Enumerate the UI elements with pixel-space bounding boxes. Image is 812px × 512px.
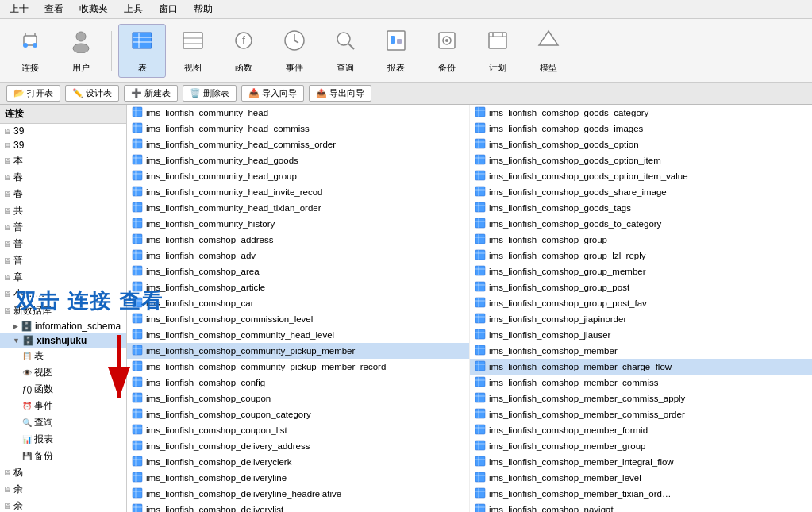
sidebar-item[interactable]: 🖥新数据库 [0,302,126,319]
table-row[interactable]: ims_lionfish_comshop_area [127,264,469,279]
menu-chuangkou[interactable]: 窗口 [156,2,181,17]
table-row[interactable]: ims_lionfish_community_head_commiss_orde… [127,137,469,152]
table-row[interactable]: ims_lionfish_comshop_jiapinorder [470,311,812,327]
delete-table-btn[interactable]: 🗑️ 删除表 [183,85,237,102]
table-row[interactable]: ims_lionfish_comshop_goods_to_category [470,216,812,232]
table-row[interactable]: ims_lionfish_comshop_jiauser [470,327,812,343]
table-row[interactable]: ims_lionfish_comshop_adv [127,248,469,264]
table-row[interactable]: ims_lionfish_comshop_coupon_list [127,422,469,438]
table-row[interactable]: ims_lionfish_community_head_tixian_order [127,200,469,216]
open-table-btn[interactable]: 📂 打开表 [6,85,60,102]
table-row[interactable]: ims_lionfish_comshop_member_level [470,470,812,486]
sidebar-item[interactable]: 🖥春 [0,186,126,202]
menu-gongju[interactable]: 上具 [121,2,146,17]
table-row[interactable]: ims_lionfish_comshop_coupon_category [127,406,469,422]
table-row[interactable]: ims_lionfish_community_head [127,105,469,121]
sidebar-item[interactable]: 🖥普 [0,219,126,236]
table-row[interactable]: ims_lionfish_comshop_goods_tags [470,200,812,216]
table-row[interactable]: ims_lionfish_community_head_commiss [127,121,469,137]
sidebar-item[interactable]: 🖥余 [0,498,126,512]
table-row[interactable]: ims_lionfish_comshop_deliveryclerk [127,454,469,470]
table-row[interactable]: ims_lionfish_comshop_goods_option [470,137,812,152]
table-row[interactable]: ims_lionfish_comshop_group_lzl_reply [470,248,812,264]
table-row[interactable]: ims_lionfish_community_head_group [127,168,469,184]
table-row[interactable]: ims_lionfish_comshop_member_integral_flo… [470,454,812,470]
sidebar-item[interactable]: 🖥39 [0,138,126,152]
sidebar-item[interactable]: 👁️视图 [0,364,126,381]
table-row[interactable]: ims_lionfish_comshop_member_commiss_appl… [470,391,812,406]
table-row[interactable]: ims_lionfish_comshop_group_post [470,279,812,295]
table-row[interactable]: ims_lionfish_comshop_member [470,343,812,359]
sidebar-item[interactable]: 🖥小 …… [0,286,126,302]
menu-chakan[interactable]: 查看 [41,2,67,17]
table-row[interactable]: ims_lionfish_comshop_commission_level [127,311,469,327]
toolbar-func-btn[interactable]: f 函数 [220,24,267,78]
table-row[interactable]: ims_lionfish_comshop_coupon [127,391,469,406]
table-row[interactable]: ims_lionfish_comshop_community_head_leve… [127,327,469,343]
toolbar-table-btn[interactable]: 表 [118,24,166,78]
table-row[interactable]: ims_lionfish_comshop_goods_images [470,121,812,137]
table-row[interactable]: ims_lionfish_comshop_deliveryline [127,470,469,486]
table-row[interactable]: ims_lionfish_comshop_member_group [470,438,812,454]
toolbar-view-btn[interactable]: 视图 [169,24,217,78]
sidebar-item[interactable]: 💾备份 [0,448,126,464]
toolbar-plan-btn[interactable]: 计划 [474,24,521,78]
table-row[interactable]: ims_lionfish_comshop_member_tixian_ord… [470,486,812,502]
sidebar-item[interactable]: 📊报表 [0,431,126,448]
sidebar-item[interactable]: ▶🗄️information_schema [0,319,126,333]
svg-rect-72 [133,314,142,323]
table-row[interactable]: ims_lionfish_comshop_goods_category [470,105,812,121]
table-row[interactable]: ims_lionfish_comshop_deliveryline_headre… [127,486,469,502]
sidebar-item[interactable]: 🖥春 [0,169,126,186]
table-row[interactable]: ims_lionfish_comshop_member_charge_flow [470,359,812,375]
sidebar-item[interactable]: 🖥章 [0,269,126,286]
sidebar-item[interactable]: 🖥普 [0,236,126,252]
table-row[interactable]: ims_lionfish_comshop_community_pickup_me… [127,343,469,359]
menu-shangshi[interactable]: 上十 [6,2,32,17]
menu-shoucang[interactable]: 收藏夹 [76,2,111,17]
sidebar-item[interactable]: 🖥余 [0,481,126,498]
table-row[interactable]: ims_lionfish_comshop_community_pickup_me… [127,359,469,375]
table-row[interactable]: ims_lionfish_comshop_member_commiss [470,375,812,391]
sidebar-item[interactable]: 🖥本 [0,152,126,169]
import-wizard-btn[interactable]: 📥 导入向导 [241,85,304,102]
menu-bangzhu[interactable]: 帮助 [190,2,216,17]
table-row[interactable]: ims_lionfish_comshop_delivery_address [127,438,469,454]
table-row[interactable]: ims_lionfish_comshop_article [127,279,469,295]
sidebar-item[interactable]: ƒ()函数 [0,381,126,398]
toolbar-backup-btn[interactable]: 备份 [423,24,471,78]
sidebar-item[interactable]: ⏰事件 [0,398,126,414]
table-row[interactable]: ims_lionfish_comshop_member_formid [470,422,812,438]
toolbar-query-btn[interactable]: 查询 [321,24,369,78]
sidebar-item[interactable]: 🔍查询 [0,414,126,431]
table-row[interactable]: ims_lionfish_comshop_group_post_fav [470,295,812,311]
table-row[interactable]: ims_lionfish_community_history [127,216,469,232]
sidebar-item[interactable]: 🖥普 [0,252,126,269]
sidebar-item[interactable]: 🖥杨 [0,464,126,481]
toolbar-user-btn[interactable]: 用户 [57,24,105,78]
new-table-btn[interactable]: ➕ 新建表 [124,85,178,102]
table-row[interactable]: ims_lionfish_comshop_config [127,375,469,391]
sidebar-item[interactable]: 📋表 [0,348,126,364]
design-table-btn[interactable]: ✏️ 设计表 [65,85,119,102]
toolbar-report-btn[interactable]: 报表 [372,24,420,78]
export-wizard-btn[interactable]: 📤 导出向导 [309,85,371,102]
table-row[interactable]: ims_lionfish_comshop_member_commiss_orde… [470,406,812,422]
table-row[interactable]: ims_lionfish_comshop_deliverylist [127,502,469,512]
table-row[interactable]: ims_lionfish_comshop_group_member [470,264,812,279]
toolbar-model-btn[interactable]: 模型 [525,24,572,78]
table-row[interactable]: ims_lionfish_comshop_group [470,232,812,248]
table-row[interactable]: ims_lionfish_community_head_goods [127,152,469,168]
toolbar-connect-btn[interactable]: 连接 [6,24,54,78]
sidebar-item[interactable]: 🖥39 [0,124,126,138]
sidebar-item[interactable]: ▼🗄️xinshujuku [0,333,126,348]
table-row[interactable]: ims_lionfish_comshop_car [127,295,469,311]
table-row[interactable]: ims_lionfish_comshop_address [127,232,469,248]
table-row[interactable]: ims_lionfish_comshop_navigat [470,502,812,512]
sidebar-item[interactable]: 🖥共 [0,202,126,219]
table-row[interactable]: ims_lionfish_comshop_goods_option_item_v… [470,168,812,184]
table-row[interactable]: ims_lionfish_comshop_goods_option_item [470,152,812,168]
table-row[interactable]: ims_lionfish_comshop_goods_share_image [470,184,812,200]
toolbar-event-btn[interactable]: 事件 [271,24,318,78]
table-row[interactable]: ims_lionfish_community_head_invite_recod [127,184,469,200]
